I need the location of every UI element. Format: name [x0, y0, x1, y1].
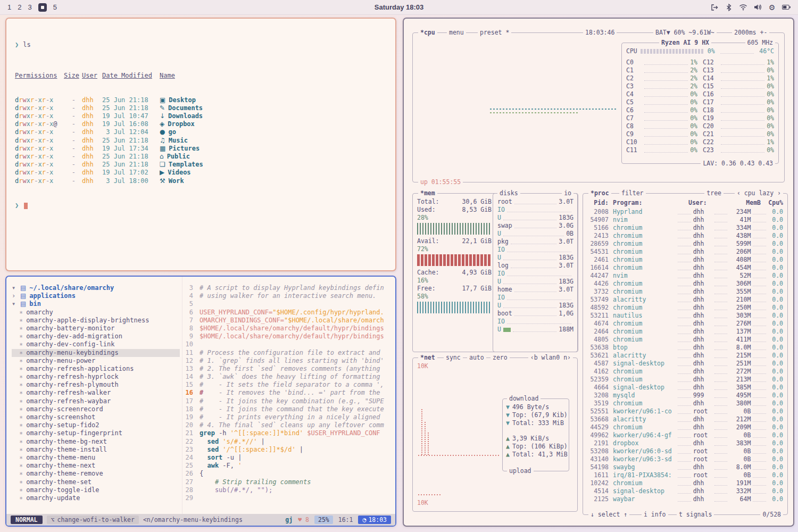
tree-file-omarchy-screenrecord[interactable]: ∗omarchy-screenrecord	[12, 405, 182, 413]
mem-box-label[interactable]: *mem	[418, 189, 437, 197]
process-row[interactable]: 4674chromiumdhh276M0.0	[587, 320, 783, 328]
tree-file-omarchy-battery-monitor[interactable]: ∗omarchy-battery-monitor	[12, 325, 182, 332]
process-row[interactable]: 3519chromiumdhh380M0.0	[587, 400, 783, 408]
workspace-button-3[interactable]: 3	[28, 3, 31, 11]
tree-folder-applications[interactable]: ›▤applications	[12, 292, 182, 300]
tree-file-omarchy-refresh-waybar[interactable]: ∗omarchy-refresh-waybar	[12, 397, 182, 405]
tree-file-omarchy-theme-remove[interactable]: ∗omarchy-theme-remove	[12, 470, 182, 478]
process-row[interactable]: 53621alacrittydhh215M0.0	[587, 352, 783, 360]
tree-file-omarchy-theme-install[interactable]: ∗omarchy-theme-install	[12, 446, 182, 454]
shell-prompt-line-2[interactable]: ❯	[15, 202, 390, 210]
tree-file-omarchy-update[interactable]: ∗omarchy-update	[12, 494, 182, 502]
process-row[interactable]: 2464chromiumdhh137M0.0	[587, 328, 783, 336]
process-row[interactable]: 4805chromiumdhh411M0.0	[587, 336, 783, 344]
process-row[interactable]: 54907nvimdhh41M0.0	[587, 216, 783, 224]
process-row[interactable]: 4426chromiumdhh306M0.0	[587, 280, 783, 288]
process-row[interactable]: 28659chromiumdhh599M0.0	[587, 240, 783, 248]
tree-file-omarchy-menu-keybindings[interactable]: ∗omarchy-menu-keybindings	[12, 349, 180, 357]
bluetooth-icon[interactable]	[725, 3, 733, 12]
tree-file-omarchy-theme-bg-next[interactable]: ∗omarchy-theme-bg-next	[12, 438, 182, 446]
code-editor[interactable]: 3# A script to display Hyprland keybindi…	[182, 277, 395, 514]
tree-file-omarchy-setup-fido2[interactable]: ∗omarchy-setup-fido2	[12, 421, 182, 429]
workspace-button-1[interactable]: 1	[7, 3, 11, 11]
process-row[interactable]: 4514signal-desktopdhh332M0.0	[587, 487, 783, 495]
process-row[interactable]: 3732chromiumdhh355M0.0	[587, 288, 783, 296]
process-row[interactable]: 53208kworker/u96:0-sdroot0B0.0	[587, 447, 783, 455]
col-cpu[interactable]: Cpu%	[761, 199, 783, 207]
process-row[interactable]: 52359chromiumdhh213M0.0	[587, 376, 783, 384]
git-branch-chip[interactable]: ⌥change-wofi-to-walker	[47, 516, 139, 524]
clock[interactable]: Saturday 18:03	[0, 3, 798, 11]
process-row[interactable]: 1611irq/81-PIXA3854:root0B0.0	[587, 471, 783, 479]
sort-column-switcher[interactable]: ‹ cpu lazy ›	[735, 189, 783, 197]
process-row[interactable]: 2008Hyprlanddhh234M0.0	[587, 208, 783, 216]
process-row[interactable]: 2191dropboxdhh383M0.0	[587, 439, 783, 447]
preset-button[interactable]: preset *	[478, 29, 511, 37]
process-row[interactable]: 43140kworker/u96:3-sdroot0B0.0	[587, 455, 783, 463]
tree-file-omarchy-refresh-hyprlock[interactable]: ∗omarchy-refresh-hyprlock	[12, 373, 182, 381]
filter-button[interactable]: filter	[619, 189, 646, 197]
process-row[interactable]: 49962kworker/u96:4-gfroot0B0.0	[587, 431, 783, 439]
process-row[interactable]: 53749alacrittydhh210M0.0	[587, 296, 783, 304]
net-interface-switcher[interactable]: ‹b wlan0 n›	[528, 354, 573, 362]
workspace-button-2[interactable]: 2	[18, 3, 21, 11]
cpu-box-label[interactable]: *cpu	[418, 29, 437, 37]
process-row[interactable]: 52551kworker/u96:1-coroot0B0.0	[587, 408, 783, 415]
process-row[interactable]: 44529chromiumdhh209M0.0	[587, 423, 783, 431]
workspace-button-5[interactable]: 5	[53, 3, 57, 11]
update-interval-button[interactable]: 2000ms +-	[732, 29, 769, 37]
tree-file-omarchy-setup-fingerprint[interactable]: ∗omarchy-setup-fingerprint	[12, 429, 182, 437]
tree-folder-bin[interactable]: ▾▤bin	[12, 300, 182, 308]
tree-file-omarchy-theme-next[interactable]: ∗omarchy-theme-next	[12, 462, 182, 470]
process-row[interactable]: 4587signal-desktopdhh251M0.0	[587, 360, 783, 368]
workspace-active-icon[interactable]	[38, 3, 47, 12]
process-row[interactable]: 53668alacrittydhh212M0.0	[587, 415, 783, 423]
tree-file-omarchy-dev-add-migration[interactable]: ∗omarchy-dev-add-migration	[12, 332, 182, 340]
process-row[interactable]: 4162chromiumdhh272M0.0	[587, 368, 783, 376]
tree-file-omarchy-theme-menu[interactable]: ∗omarchy-theme-menu	[12, 454, 182, 462]
battery-icon[interactable]	[782, 3, 791, 12]
tree-toggle-button[interactable]: tree	[704, 189, 724, 197]
logout-icon[interactable]	[710, 3, 719, 12]
process-row[interactable]: 4664signal-desktopdhh385M0.0	[587, 384, 783, 392]
tree-file-omarchy-dev-config-link[interactable]: ∗omarchy-dev-config-link	[12, 340, 182, 348]
tree-file-omarchy-theme-set[interactable]: ∗omarchy-theme-set	[12, 478, 182, 486]
tree-file-omarchy-refresh-plymouth[interactable]: ∗omarchy-refresh-plymouth	[12, 381, 182, 389]
process-row[interactable]: 53638btopdhh8.0M0.0	[587, 344, 783, 352]
process-row[interactable]: 54198swaybgdhh8.0M0.0	[587, 463, 783, 471]
col-memb[interactable]: MemB	[726, 199, 761, 207]
process-row[interactable]: 48592chromiumdhh250M0.0	[587, 304, 783, 312]
col-user[interactable]: User:	[688, 199, 726, 207]
process-row[interactable]: 2125waybardhh64M0.0	[587, 495, 783, 503]
process-row[interactable]: 54531chromiumdhh206M0.0	[587, 248, 783, 256]
process-row[interactable]: 44247nvimdhh52M0.0	[587, 272, 783, 280]
volume-icon[interactable]	[753, 3, 762, 12]
disks-label[interactable]: disks	[497, 189, 520, 197]
io-mode-button[interactable]: io	[562, 189, 573, 197]
tree-file-omarchy-menu-power[interactable]: ∗omarchy-menu-power	[12, 357, 182, 365]
net-auto-button[interactable]: auto	[467, 354, 486, 362]
proc-box-label[interactable]: *proc	[588, 189, 611, 197]
process-row[interactable]: 16614chromiumdhh454M0.0	[587, 264, 783, 272]
process-row[interactable]: 2413chromiumdhh438M0.0	[587, 232, 783, 240]
process-row[interactable]: 5166chromiumdhh334M0.0	[587, 224, 783, 232]
net-box-label[interactable]: *net	[418, 354, 437, 362]
wifi-icon[interactable]	[739, 3, 747, 12]
tree-file-omarchy-toggle-idle[interactable]: ∗omarchy-toggle-idle	[12, 486, 182, 494]
process-row[interactable]: 3208mysqld999495M0.0	[587, 392, 783, 400]
tree-file-omarchy[interactable]: ∗omarchy	[12, 309, 182, 317]
select-hint[interactable]: ↓ select ↑	[588, 511, 629, 519]
tree-root[interactable]: ▾▤~/.local/share/omarchy	[12, 284, 182, 292]
process-row[interactable]: 2461chromiumdhh408M0.0	[587, 256, 783, 264]
col-program[interactable]: Program:	[613, 199, 688, 207]
process-row[interactable]: 53211nautilusdhh303M0.0	[587, 312, 783, 320]
signals-button[interactable]: t signals	[677, 511, 714, 519]
net-sync-button[interactable]: sync	[444, 354, 463, 362]
process-row[interactable]: 10242chromiumdhh191M0.0	[587, 479, 783, 487]
col-pid[interactable]: Pid:	[587, 199, 609, 207]
net-zero-button[interactable]: zero	[491, 354, 510, 362]
menu-button[interactable]: menu	[447, 29, 466, 37]
tree-file-omarchy-apple-display-brightness[interactable]: ∗omarchy-apple-display-brightness	[12, 317, 182, 325]
settings-icon[interactable]: ⚙	[768, 3, 776, 12]
info-button[interactable]: i info	[642, 511, 668, 519]
